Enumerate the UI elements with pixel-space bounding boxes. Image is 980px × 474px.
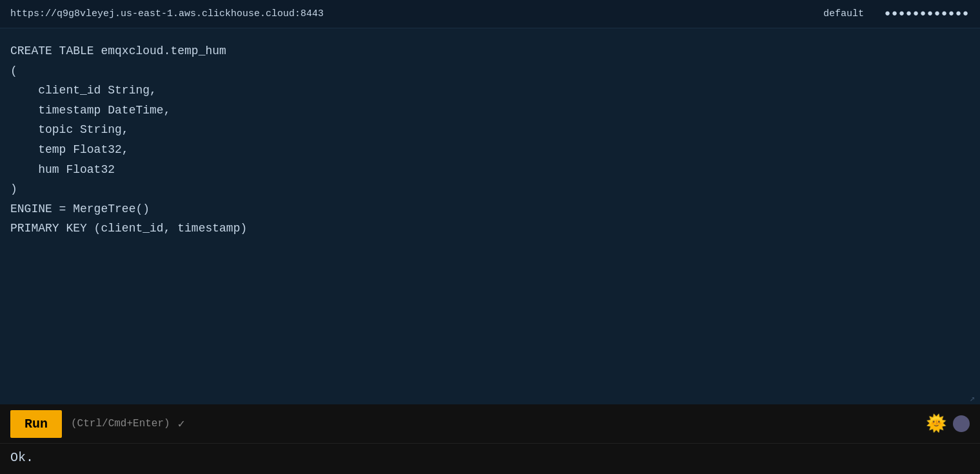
code-line-2: ( bbox=[10, 64, 17, 77]
run-button[interactable]: Run bbox=[10, 410, 62, 438]
resize-handle[interactable]: ↗ bbox=[970, 394, 977, 402]
code-line-5: topic String, bbox=[10, 123, 129, 136]
code-line-10: PRIMARY KEY (client_id, timestamp) bbox=[10, 222, 247, 235]
checkmark-icon: ✓ bbox=[178, 417, 185, 431]
code-line-1: CREATE TABLE emqxcloud.temp_hum bbox=[10, 44, 226, 57]
shortcut-hint: (Ctrl/Cmd+Enter) bbox=[71, 418, 170, 430]
theme-circle-icon[interactable] bbox=[953, 415, 970, 432]
code-line-3: client_id String, bbox=[10, 84, 157, 97]
top-bar: https://q9g8vleyej.us-east-1.aws.clickho… bbox=[0, 0, 980, 28]
database-name[interactable]: default bbox=[823, 8, 864, 19]
theme-sun-icon[interactable]: 🌞 bbox=[926, 413, 946, 434]
code-line-4: timestamp DateTime, bbox=[10, 104, 170, 117]
output-area: Ok. bbox=[0, 443, 980, 474]
code-line-6: temp Float32, bbox=[10, 143, 129, 156]
editor-area[interactable]: CREATE TABLE emqxcloud.temp_hum ( client… bbox=[0, 28, 980, 404]
output-text: Ok. bbox=[10, 450, 34, 465]
code-line-9: ENGINE = MergeTree() bbox=[10, 202, 150, 215]
code-line-8: ) bbox=[10, 183, 17, 195]
code-line-7: hum Float32 bbox=[10, 163, 115, 176]
code-editor[interactable]: CREATE TABLE emqxcloud.temp_hum ( client… bbox=[10, 41, 970, 239]
bottom-toolbar: Run (Ctrl/Cmd+Enter) ✓ 🌞 bbox=[0, 404, 980, 443]
password-field[interactable]: ●●●●●●●●●●●● bbox=[885, 8, 970, 19]
connection-url[interactable]: https://q9g8vleyej.us-east-1.aws.clickho… bbox=[10, 8, 803, 19]
